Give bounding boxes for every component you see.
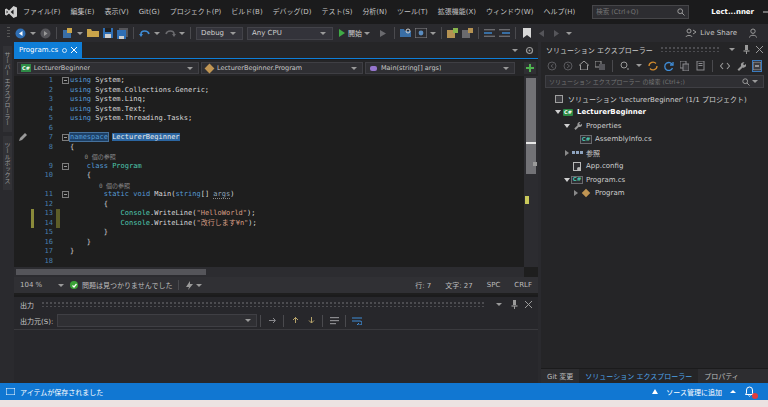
code-line[interactable]: 17} xyxy=(14,247,524,257)
feedback-icon[interactable] xyxy=(746,27,759,40)
save-icon[interactable] xyxy=(101,27,114,40)
code-line[interactable]: 2using System.Collections.Generic; xyxy=(14,86,524,96)
tool-tab-0[interactable]: サーバー エクスプローラー xyxy=(3,46,12,132)
se-search-dropdown-icon[interactable] xyxy=(752,80,758,83)
show-all-files-icon[interactable] xyxy=(695,60,705,72)
tool-tab-bottom-2[interactable]: プロパティ xyxy=(698,369,745,383)
pin-icon[interactable] xyxy=(511,300,518,309)
code-line[interactable]: 9 class Program xyxy=(14,162,524,172)
add-item-button[interactable] xyxy=(524,62,536,74)
new-project-dropdown-icon[interactable] xyxy=(77,32,83,35)
output-content[interactable] xyxy=(14,330,538,383)
tree-item-0[interactable]: ソリューション 'LecturerBeginner' (1/1 プロジェクト) xyxy=(541,92,768,106)
code-cleanup-dropdown-icon[interactable] xyxy=(196,284,202,287)
new-item-icon[interactable] xyxy=(446,27,459,40)
attach-icon[interactable] xyxy=(461,27,474,40)
window-options-icon[interactable] xyxy=(525,46,534,55)
output-window-position-icon[interactable] xyxy=(496,303,502,306)
word-wrap-icon[interactable] xyxy=(351,315,363,327)
se-window-position-icon[interactable] xyxy=(729,48,735,51)
code-line[interactable]: 13 Console.WriteLine("HelloWorld"); xyxy=(14,209,524,219)
se-close-icon[interactable] xyxy=(756,46,763,53)
source-control-menu-icon[interactable] xyxy=(730,390,736,393)
menu-item-1[interactable]: 編集(E) xyxy=(66,0,100,24)
code-line[interactable]: 15 } xyxy=(14,228,524,238)
toolbar-grip[interactable] xyxy=(7,27,10,39)
indent-mode-indicator[interactable]: SPC xyxy=(487,281,501,289)
tool-tab-bottom-0[interactable]: Git 変更 xyxy=(541,369,579,383)
comment-out-icon[interactable] xyxy=(483,27,496,40)
hscrollbar-thumb[interactable] xyxy=(16,269,206,275)
code-line[interactable]: 7namespace LecturerBeginner xyxy=(14,133,524,143)
code-line[interactable]: 8{ xyxy=(14,143,524,153)
previous-bookmark-icon[interactable] xyxy=(535,27,548,40)
menu-item-0[interactable]: ファイル(F) xyxy=(18,0,66,24)
solution-explorer-title-bar[interactable]: ソリューション エクスプローラー xyxy=(541,42,768,57)
refresh-icon[interactable] xyxy=(664,60,674,72)
code-line[interactable]: 12 { xyxy=(14,200,524,210)
menu-item-10[interactable]: 拡張機能(X) xyxy=(433,0,481,24)
filter-dropdown-icon[interactable] xyxy=(636,64,642,67)
member-dropdown[interactable]: Main(string[] args) xyxy=(365,62,515,74)
eol-indicator[interactable]: CRLF xyxy=(514,281,532,289)
start-debugging-button[interactable]: 開始 xyxy=(335,28,376,38)
output-title-bar[interactable]: 出力 xyxy=(14,297,538,312)
undo-icon[interactable] xyxy=(138,27,151,40)
new-project-icon[interactable] xyxy=(61,27,74,40)
previous-message-icon[interactable] xyxy=(289,315,301,327)
fold-collapse-icon[interactable] xyxy=(62,163,69,170)
code-line[interactable]: 16 } xyxy=(14,238,524,248)
tree-item-5[interactable]: App.config xyxy=(541,160,768,174)
minimize-button[interactable] xyxy=(754,0,768,24)
redo-icon[interactable] xyxy=(163,27,176,40)
code-line[interactable]: 0 個の参照 xyxy=(14,152,524,162)
health-message[interactable]: 問題は見つかりませんでした xyxy=(82,280,172,290)
code-editor[interactable]: 1using System;2using System.Collections.… xyxy=(14,76,524,267)
next-message-icon[interactable] xyxy=(305,315,317,327)
save-all-icon[interactable] xyxy=(116,27,129,40)
code-line[interactable]: 1using System; xyxy=(14,76,524,86)
goto-message-icon[interactable] xyxy=(266,315,278,327)
caret-line-indicator[interactable]: 行: 7 xyxy=(415,280,431,290)
screenshot-dropdown-icon[interactable] xyxy=(430,32,436,35)
output-source-dropdown[interactable] xyxy=(57,314,257,327)
se-back-icon[interactable] xyxy=(547,60,557,72)
clear-all-icon[interactable] xyxy=(328,315,340,327)
tool-tab-bottom-1[interactable]: ソリューション エクスプローラー xyxy=(579,369,698,383)
output-close-icon[interactable] xyxy=(525,301,532,308)
tree-item-3[interactable]: C#AssemblyInfo.cs xyxy=(541,133,768,147)
navigate-back-icon[interactable] xyxy=(14,27,27,40)
find-in-files-icon[interactable] xyxy=(399,27,412,40)
tree-item-1[interactable]: C#LecturerBeginner xyxy=(541,106,768,120)
zoom-dropdown[interactable]: 104 % xyxy=(20,281,66,289)
sync-with-active-document-icon[interactable] xyxy=(648,60,658,72)
navigate-back-dropdown-icon[interactable] xyxy=(30,32,36,35)
fold-collapse-icon[interactable] xyxy=(62,77,69,84)
nested-file-icon[interactable] xyxy=(680,60,690,72)
live-share-icon[interactable] xyxy=(684,27,697,40)
menu-item-11[interactable]: ウィンドウ(W) xyxy=(481,0,538,24)
type-dropdown[interactable]: LecturerBeginner.Program xyxy=(201,62,363,74)
tree-item-7[interactable]: Program xyxy=(541,187,768,201)
menu-item-12[interactable]: ヘルプ(H) xyxy=(538,0,580,24)
tab-close-icon[interactable] xyxy=(71,47,77,53)
solution-explorer-search-box[interactable] xyxy=(545,75,764,88)
tree-item-4[interactable]: 参照 xyxy=(541,146,768,160)
code-line[interactable]: 11 static void Main(string[] args) xyxy=(14,190,524,200)
menu-item-3[interactable]: Git(G) xyxy=(134,0,165,24)
code-line[interactable]: 0 個の参照 xyxy=(14,181,524,191)
menu-item-9[interactable]: ツール(T) xyxy=(392,0,433,24)
tree-item-2[interactable]: Properties xyxy=(541,119,768,133)
menu-item-5[interactable]: ビルド(B) xyxy=(226,0,267,24)
live-share-label[interactable]: Live Share xyxy=(700,29,737,37)
project-dropdown[interactable]: C# LecturerBeginner xyxy=(17,62,199,74)
code-line[interactable]: 3using System.Linq; xyxy=(14,95,524,105)
undo-dropdown-icon[interactable] xyxy=(154,32,160,35)
menu-item-2[interactable]: 表示(V) xyxy=(99,0,133,24)
code-line[interactable]: 4using System.Text; xyxy=(14,105,524,115)
solution-platforms-dropdown[interactable]: Any CPU xyxy=(247,27,333,40)
code-line[interactable]: 10 { xyxy=(14,171,524,181)
home-icon[interactable] xyxy=(579,60,589,72)
screenshot-tool-icon[interactable] xyxy=(414,27,427,40)
fold-collapse-icon[interactable] xyxy=(62,191,69,198)
